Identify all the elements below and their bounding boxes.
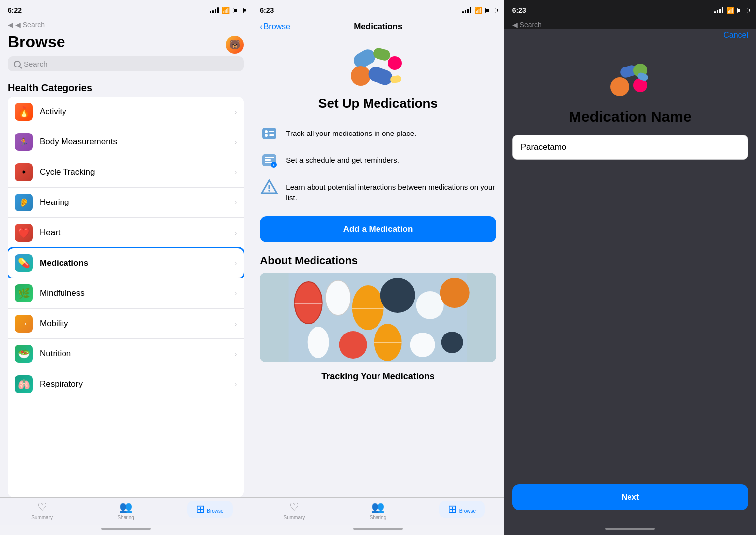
browse-tab-label-1: Browse [207, 508, 223, 514]
status-bar-1: 6:22 📶 [0, 0, 252, 20]
hero-illustration [260, 36, 496, 96]
search-bar[interactable]: Search [8, 56, 244, 71]
category-label-cycle: Cycle Tracking [40, 167, 235, 177]
tab-summary-1[interactable]: ♡ Summary [0, 501, 84, 520]
svg-rect-6 [265, 157, 274, 158]
avatar[interactable]: 🐻 [226, 36, 244, 54]
track-icon [260, 124, 279, 143]
category-label-mobility: Mobility [40, 319, 235, 329]
browse-title: Browse [8, 33, 65, 51]
home-indicator-1 [0, 525, 252, 535]
back-arrow-1: ◀ [8, 21, 13, 29]
browse-tab-label-2: Browse [459, 508, 476, 514]
svg-rect-8 [265, 162, 272, 163]
category-item-activity[interactable]: 🔥 Activity › [8, 97, 244, 127]
back-nav-3: ◀ Search [504, 20, 756, 29]
summary-tab-icon-2: ♡ [289, 501, 299, 514]
svg-rect-17 [295, 303, 322, 304]
pill-cluster [348, 46, 408, 91]
next-button[interactable]: Next [512, 484, 748, 510]
svg-rect-3 [269, 131, 274, 132]
heart-icon: ❤️ [15, 224, 33, 242]
category-item-body[interactable]: 🏃 Body Measurements › [8, 127, 244, 157]
category-item-respiratory[interactable]: 🫁 Respiratory › [8, 369, 244, 399]
category-label-mindfulness: Mindfulness [40, 288, 235, 298]
back-label-3: Search [520, 21, 542, 29]
home-indicator-3 [504, 525, 756, 535]
category-label-heart: Heart [40, 228, 235, 238]
sharing-tab-label-1: Sharing [117, 515, 134, 520]
tab-sharing-1[interactable]: 👥 Sharing [84, 501, 168, 520]
category-item-nutrition[interactable]: 🥗 Nutrition › [8, 339, 244, 369]
chevron-heart: › [235, 229, 237, 237]
status-icons-2: 📶 [462, 7, 496, 14]
category-label-nutrition: Nutrition [40, 349, 235, 359]
category-label-hearing: Hearing [40, 198, 235, 207]
tab-bar-2: ♡ Summary 👥 Sharing ⊞ Browse [252, 497, 504, 525]
svg-rect-21 [352, 308, 384, 309]
chevron-mobility: › [235, 320, 237, 328]
interactions-icon [260, 178, 279, 197]
category-item-mobility[interactable]: → Mobility › [8, 309, 244, 339]
tab-browse-1[interactable]: ⊞ Browse [168, 501, 252, 520]
battery-icon [233, 8, 244, 13]
pill-3 [351, 66, 371, 86]
pill-6 [390, 75, 402, 84]
medication-name-title: Medication Name [504, 108, 756, 125]
cancel-nav-area: Cancel [504, 29, 756, 44]
wifi-icon-3: 📶 [726, 7, 734, 14]
chevron-cycle: › [235, 168, 237, 176]
svg-rect-0 [262, 128, 276, 139]
chevron-respiratory: › [235, 380, 237, 388]
sharing-tab-label-2: Sharing [370, 515, 386, 520]
svg-text:+: + [273, 163, 275, 168]
category-item-medications[interactable]: 💊 Medications › [8, 248, 244, 278]
status-time-3: 6:23 [512, 6, 526, 14]
status-icons-3: 📶 [714, 7, 748, 14]
status-bar-2: 6:23 📶 [252, 0, 504, 20]
cancel-button[interactable]: Cancel [723, 31, 748, 40]
svg-point-24 [440, 278, 470, 308]
status-bar-3: 6:23 📶 [504, 0, 756, 20]
add-medication-button[interactable]: Add a Medication [260, 216, 496, 242]
category-item-cycle[interactable]: ✦ Cycle Tracking › [8, 157, 244, 188]
status-time-1: 6:22 [8, 6, 22, 14]
tab-sharing-2[interactable]: 👥 Sharing [336, 501, 420, 520]
mindfulness-icon: 🌿 [15, 284, 33, 302]
status-time-2: 6:23 [260, 6, 274, 14]
small-pill-3 [610, 77, 629, 96]
medication-name-input[interactable] [512, 135, 748, 160]
svg-point-1 [265, 130, 268, 133]
medications-scroll: Set Up Medications Track all your medica… [252, 36, 504, 497]
tab-browse-2[interactable]: ⊞ Browse [420, 501, 504, 520]
home-indicator-2 [252, 525, 504, 535]
hearing-icon: 👂 [15, 194, 33, 211]
chevron-hearing: › [235, 199, 237, 206]
browse-tab-bg-2: ⊞ Browse [439, 501, 485, 518]
activity-icon: 🔥 [15, 103, 33, 121]
category-label-activity: Activity [40, 107, 235, 117]
category-item-heart[interactable]: ❤️ Heart › [8, 218, 244, 248]
chevron-nutrition: › [235, 350, 237, 358]
svg-rect-4 [269, 134, 274, 136]
nav-title-2: Medications [354, 22, 402, 32]
svg-point-30 [441, 332, 463, 353]
hero-illustration-3 [504, 44, 756, 108]
nutrition-icon: 🥗 [15, 345, 33, 363]
back-nav-1: ◀ ◀ Search [0, 20, 252, 29]
summary-tab-label-2: Summary [283, 515, 305, 520]
back-button-2[interactable]: ‹ Browse [260, 22, 290, 31]
category-item-mindfulness[interactable]: 🌿 Mindfulness › [8, 278, 244, 309]
medications-icon: 💊 [15, 254, 33, 272]
wifi-icon: 📶 [222, 7, 230, 14]
body-icon: 🏃 [15, 133, 33, 151]
status-icons-1: 📶 [210, 7, 244, 14]
category-item-hearing[interactable]: 👂 Hearing › [8, 188, 244, 218]
category-list: 🔥 Activity › 🏃 Body Measurements › ✦ Cyc… [8, 97, 244, 497]
chevron-body: › [235, 138, 237, 146]
back-label-1[interactable]: ◀ Search [15, 21, 45, 29]
tab-summary-2[interactable]: ♡ Summary [252, 501, 336, 520]
svg-point-13 [269, 190, 271, 192]
chevron-medications: › [235, 259, 237, 267]
medication-name-panel: 6:23 📶 ◀ Search Cancel [504, 0, 756, 535]
